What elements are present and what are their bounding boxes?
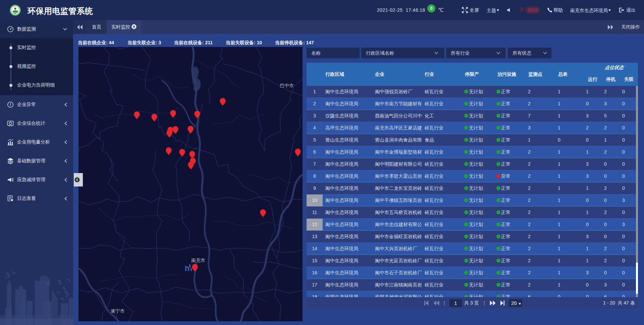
svg-text:南充市: 南充市 (191, 258, 205, 263)
svg-text:遂宁市: 遂宁市 (111, 308, 125, 314)
svg-text:巴中市: 巴中市 (280, 83, 294, 88)
